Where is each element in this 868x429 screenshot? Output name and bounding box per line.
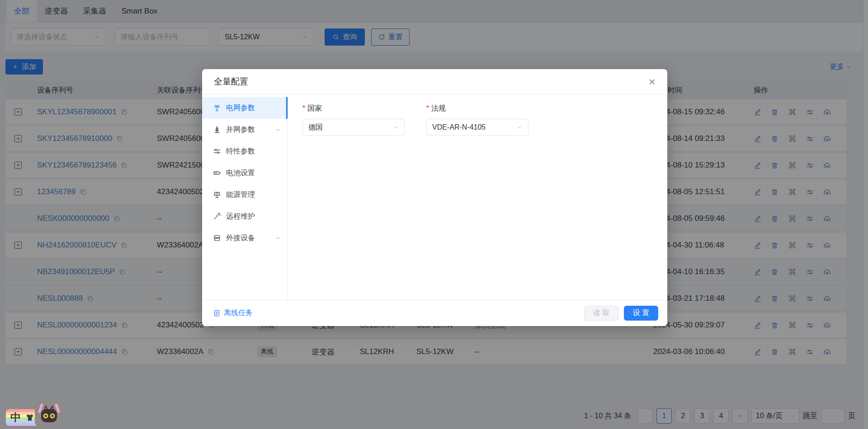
regulation-select[interactable]: VDE-AR-N-4105 <box>426 119 528 136</box>
chevron-down-icon <box>392 124 399 131</box>
menu-item-label: 并网参数 <box>226 125 255 135</box>
chevron-down-icon <box>275 235 281 241</box>
set-button[interactable]: 设置 <box>624 306 658 321</box>
menu-item-label: 特性参数 <box>226 147 255 156</box>
modal-title: 全量配置 <box>214 76 248 88</box>
sliders-icon <box>213 147 221 155</box>
country-label: *国家 <box>302 104 405 113</box>
modal-header: 全量配置 × <box>202 69 667 94</box>
config-form: *国家 德国 *法规 VDE-AR-N-4105 <box>288 94 667 300</box>
wand-icon <box>213 212 221 220</box>
ime-language-label: 中 <box>10 410 21 424</box>
modal-footer: 离线任务 读取 设置 <box>202 300 667 326</box>
pylon-icon <box>213 126 221 134</box>
offline-task-link[interactable]: 离线任务 <box>213 308 253 318</box>
ime-toolbar: 中 <box>6 400 69 427</box>
antenna-icon <box>213 104 221 112</box>
required-asterisk: * <box>302 104 305 112</box>
menu-item-label: 电网参数 <box>226 103 255 113</box>
shirt-icon <box>25 413 35 423</box>
regulation-label: *法规 <box>426 104 528 113</box>
menu-item-label: 外接设备 <box>226 233 255 243</box>
config-menu: 电网参数 并网参数 特性参数 电池设置 能源管理 远程维护 <box>202 94 288 300</box>
country-field: *国家 德国 <box>302 104 405 300</box>
menu-item-label: 远程维护 <box>226 212 255 221</box>
read-button[interactable]: 读取 <box>584 306 618 321</box>
solar-panel-icon <box>213 191 221 199</box>
menu-item-label: 能源管理 <box>226 190 255 200</box>
devices-icon <box>213 234 221 242</box>
full-config-modal: 全量配置 × 电网参数 并网参数 特性参数 电池设置 能 <box>202 69 667 326</box>
menu-item-energy-management[interactable]: 能源管理 <box>202 184 288 205</box>
country-value: 德国 <box>308 123 323 132</box>
menu-item-characteristic-parameters[interactable]: 特性参数 <box>202 140 288 162</box>
menu-item-ongrid-parameters[interactable]: 并网参数 <box>202 119 288 140</box>
menu-item-remote-maintenance[interactable]: 远程维护 <box>202 205 288 227</box>
menu-item-grid-parameters[interactable]: 电网参数 <box>202 97 288 119</box>
menu-item-battery-settings[interactable]: 电池设置 <box>202 162 288 184</box>
battery-icon <box>213 169 221 177</box>
regulation-value: VDE-AR-N-4105 <box>432 123 486 131</box>
required-asterisk: * <box>426 104 429 112</box>
close-icon[interactable]: × <box>649 76 656 88</box>
chevron-down-icon <box>275 127 281 133</box>
task-list-icon <box>213 309 221 317</box>
chevron-down-icon <box>516 124 523 131</box>
menu-item-label: 电池设置 <box>226 168 255 178</box>
country-select[interactable]: 德国 <box>302 119 405 136</box>
regulation-field: *法规 VDE-AR-N-4105 <box>426 104 528 300</box>
offline-task-label: 离线任务 <box>224 308 253 318</box>
menu-item-external-devices[interactable]: 外接设备 <box>202 227 288 249</box>
cat-avatar-icon[interactable] <box>35 401 63 427</box>
